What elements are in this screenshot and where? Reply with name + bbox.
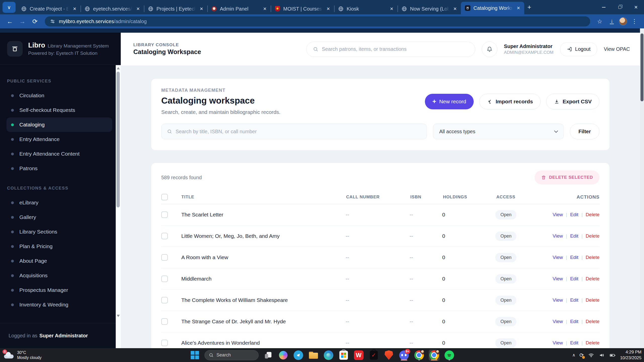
- browser-tab[interactable]: Create Project - Eyete ✕: [17, 3, 80, 14]
- browser-tab[interactable]: Admin Panel ✕: [207, 3, 271, 14]
- scroll-down-arrow-icon[interactable]: [117, 315, 120, 317]
- new-record-button[interactable]: + New record: [425, 94, 474, 109]
- scrollbar-thumb[interactable]: [640, 33, 643, 101]
- file-explorer-app[interactable]: [308, 350, 319, 361]
- logout-button[interactable]: Logout: [560, 42, 597, 56]
- copilot-button[interactable]: [278, 350, 289, 361]
- tab-close-icon[interactable]: ✕: [199, 6, 204, 12]
- close-button[interactable]: ✕: [628, 0, 644, 14]
- browser-tab[interactable]: eyetech.services/relin ✕: [80, 3, 144, 14]
- sidebar-item[interactable]: Entry Attendance: [7, 132, 112, 147]
- task-view-button[interactable]: [263, 350, 274, 361]
- edge-app[interactable]: [323, 350, 334, 361]
- tray-chevron-icon[interactable]: ∧: [572, 352, 575, 358]
- scrollbar-thumb[interactable]: [116, 72, 120, 207]
- delete-link[interactable]: Delete: [586, 212, 599, 217]
- tab-close-icon[interactable]: ✕: [262, 6, 268, 12]
- view-opac-link[interactable]: View OPAC: [604, 46, 630, 52]
- delete-link[interactable]: Delete: [586, 276, 599, 282]
- forward-button[interactable]: →: [17, 16, 28, 27]
- discord-app[interactable]: 9+: [398, 350, 410, 361]
- reload-button[interactable]: ⟳: [30, 16, 40, 27]
- microsoft-store-app[interactable]: [338, 350, 349, 361]
- row-checkbox[interactable]: [161, 297, 168, 303]
- site-info-icon[interactable]: [50, 19, 55, 24]
- sidebar-item[interactable]: Inventory & Weeding: [7, 297, 112, 312]
- sidebar-item[interactable]: Circulation: [7, 88, 112, 103]
- sync-status-icon[interactable]: ⟳: [579, 352, 584, 358]
- downloads-button[interactable]: ↓: [607, 16, 617, 26]
- browser-tab[interactable]: Kiosk ✕: [334, 3, 397, 14]
- row-checkbox[interactable]: [161, 211, 168, 218]
- taskbar-search[interactable]: Search: [205, 350, 259, 360]
- sidebar-item[interactable]: About Page: [7, 254, 112, 268]
- edit-link[interactable]: Edit: [570, 297, 578, 303]
- weather-widget[interactable]: 8 30°C Mostly cloudy: [4, 350, 42, 360]
- sidebar-item[interactable]: Prospectus Manager: [7, 283, 112, 297]
- sidebar-item[interactable]: Acquisitions: [7, 268, 112, 283]
- edit-link[interactable]: Edit: [570, 255, 578, 260]
- edit-link[interactable]: Edit: [570, 276, 578, 282]
- browser-tab[interactable]: Projects | Eyetech IT S ✕: [144, 3, 207, 14]
- edit-link[interactable]: Edit: [570, 233, 578, 239]
- edit-link[interactable]: Edit: [570, 340, 578, 346]
- view-link[interactable]: View: [553, 233, 563, 239]
- row-checkbox[interactable]: [161, 254, 168, 261]
- edit-link[interactable]: Edit: [570, 319, 578, 324]
- view-link[interactable]: View: [553, 276, 563, 282]
- start-button[interactable]: [189, 350, 200, 361]
- browser-tab[interactable]: Now Serving (Lobby) ✕: [397, 3, 461, 14]
- sidebar-item[interactable]: eLibrary: [7, 195, 112, 210]
- tab-close-icon[interactable]: ✕: [452, 6, 458, 12]
- sidebar-item[interactable]: Entry Attendance Content: [7, 147, 112, 161]
- new-tab-button[interactable]: +: [524, 2, 534, 12]
- row-checkbox[interactable]: [161, 318, 168, 325]
- brave-app[interactable]: [383, 350, 394, 361]
- import-records-button[interactable]: Import records: [479, 94, 541, 109]
- battery-icon[interactable]: [609, 352, 616, 358]
- back-button[interactable]: ←: [5, 16, 15, 27]
- tab-close-icon[interactable]: ✕: [135, 6, 141, 12]
- clock[interactable]: 4:29 PM 10/23/2025: [620, 349, 641, 360]
- sidebar-item[interactable]: Plan & Pricing: [7, 239, 112, 254]
- sidebar-item[interactable]: Self-checkout Requests: [7, 103, 112, 117]
- catalog-search-input[interactable]: Search by title, ISBN, or call number: [161, 124, 427, 139]
- tab-menu-button[interactable]: ∨: [3, 2, 16, 13]
- wps-office-app[interactable]: W: [353, 350, 364, 361]
- chrome-profile2-app[interactable]: [429, 350, 440, 361]
- edit-link[interactable]: Edit: [570, 212, 578, 217]
- volume-icon[interactable]: [598, 352, 605, 358]
- view-link[interactable]: View: [553, 212, 563, 217]
- export-csv-button[interactable]: Export CSV: [546, 94, 599, 109]
- tab-close-icon[interactable]: ✕: [516, 5, 521, 11]
- restore-button[interactable]: [612, 0, 628, 14]
- spotify-app[interactable]: [444, 350, 455, 361]
- access-type-select[interactable]: All access types: [433, 124, 564, 139]
- delete-link[interactable]: Delete: [586, 340, 599, 346]
- sidebar-item[interactable]: Patrons: [7, 161, 112, 176]
- row-checkbox[interactable]: [161, 340, 168, 346]
- address-bar[interactable]: mylibro.eyetech.services/admin/catalog: [45, 16, 590, 26]
- view-link[interactable]: View: [553, 255, 563, 260]
- select-all-checkbox[interactable]: [161, 194, 168, 200]
- browser-profile-avatar[interactable]: [619, 17, 627, 26]
- delete-link[interactable]: Delete: [586, 233, 599, 239]
- view-link[interactable]: View: [553, 340, 563, 346]
- view-link[interactable]: View: [553, 319, 563, 324]
- browser-tab[interactable]: MOIST | Courses ✕: [271, 3, 334, 14]
- view-link[interactable]: View: [553, 297, 563, 303]
- minimize-button[interactable]: [596, 0, 612, 14]
- telegram-app[interactable]: [293, 350, 304, 361]
- global-search-input[interactable]: Search patrons, items, or transactions: [306, 42, 475, 57]
- sidebar-item[interactable]: Library Sections: [7, 224, 112, 239]
- sidebar-item[interactable]: Gallery: [7, 210, 112, 224]
- delete-link[interactable]: Delete: [586, 297, 599, 303]
- delete-link[interactable]: Delete: [586, 255, 599, 260]
- browser-tab[interactable]: Cataloging Workspac ✕: [461, 2, 524, 14]
- sidebar-item[interactable]: Cataloging: [7, 117, 112, 132]
- scroll-up-arrow-icon[interactable]: [117, 67, 120, 69]
- row-checkbox[interactable]: [161, 276, 168, 282]
- delete-link[interactable]: Delete: [586, 319, 599, 324]
- sidebar-scrollbar[interactable]: [116, 65, 121, 348]
- tab-close-icon[interactable]: ✕: [326, 6, 331, 12]
